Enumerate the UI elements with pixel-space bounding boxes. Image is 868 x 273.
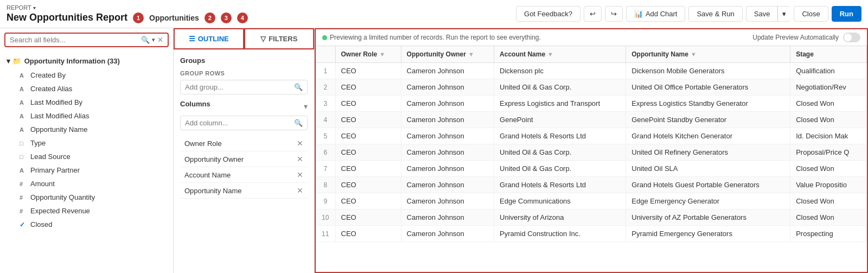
save-run-button[interactable]: Save & Run bbox=[688, 6, 742, 22]
cell-opp-owner: Cameron Johnson bbox=[401, 63, 494, 79]
field-lead-source[interactable]: □ Lead Source bbox=[4, 150, 169, 163]
filters-tab-label: FILTERS bbox=[269, 35, 297, 43]
cell-owner-role: CEO bbox=[335, 177, 401, 193]
cell-account-name: United Oil & Gas Corp. bbox=[494, 144, 626, 161]
outline-tab[interactable]: ☰ OUTLINE bbox=[174, 28, 244, 49]
cell-opp-owner: Cameron Johnson bbox=[401, 128, 494, 144]
add-chart-button[interactable]: 📊 Add Chart bbox=[626, 6, 686, 22]
search-bar: 🔍 ▾ ✕ bbox=[4, 33, 169, 47]
column-opportunity-name[interactable]: Opportunity Name ✕ bbox=[180, 183, 308, 199]
field-amount[interactable]: # Amount bbox=[4, 177, 169, 191]
cell-account-name: Grand Hotels & Resorts Ltd bbox=[494, 177, 626, 193]
sort-opp-name-icon[interactable]: ▼ bbox=[691, 51, 697, 58]
field-created-by[interactable]: A Created By bbox=[4, 68, 169, 82]
tab1-label[interactable]: Opportunities bbox=[149, 14, 199, 22]
col-owner-role[interactable]: Owner Role▼ bbox=[335, 46, 401, 63]
field-last-modified-alias[interactable]: A Last Modified Alias bbox=[4, 109, 169, 123]
add-group-input[interactable] bbox=[185, 83, 291, 91]
cell-stage: Closed Won bbox=[790, 161, 867, 177]
col-account-name[interactable]: Account Name▼ bbox=[494, 46, 626, 63]
tab1-badge: 1 bbox=[133, 12, 144, 23]
table-row: 4 CEO Cameron Johnson GenePoint GenePoin… bbox=[316, 112, 867, 128]
col-opp-name[interactable]: Opportunity Name▼ bbox=[626, 46, 790, 63]
remove-opp-name-button[interactable]: ✕ bbox=[297, 186, 303, 195]
filters-tab[interactable]: ▽ FILTERS bbox=[244, 28, 315, 49]
mid-panel: ☰ OUTLINE ▽ FILTERS Groups GROUP ROWS 🔍 … bbox=[174, 28, 315, 273]
results-table: Owner Role▼ Opportunity Owner▼ Account N… bbox=[316, 46, 867, 242]
preview-status: Previewing a limited number of records. … bbox=[322, 34, 541, 41]
field-created-alias[interactable]: A Created Alias bbox=[4, 82, 169, 96]
field-type[interactable]: □ Type bbox=[4, 136, 169, 150]
tab2-badge: 2 bbox=[205, 12, 215, 23]
cell-account-name: United Oil & Gas Corp. bbox=[494, 79, 626, 96]
row-num-header bbox=[316, 46, 335, 63]
column-account-name[interactable]: Account Name ✕ bbox=[180, 167, 308, 183]
status-dot bbox=[322, 35, 327, 40]
undo-button[interactable]: ↩ bbox=[584, 6, 602, 22]
field-opportunity-quantity[interactable]: # Opportunity Quantity bbox=[4, 191, 169, 204]
col-opp-owner[interactable]: Opportunity Owner▼ bbox=[401, 46, 494, 63]
table-wrap: Owner Role▼ Opportunity Owner▼ Account N… bbox=[316, 46, 867, 272]
close-button[interactable]: Close bbox=[794, 6, 828, 22]
search-icon[interactable]: 🔍 bbox=[141, 36, 150, 44]
report-caret-icon[interactable]: ▾ bbox=[33, 5, 36, 11]
row-number: 9 bbox=[316, 193, 335, 209]
field-closed[interactable]: ✓ Closed bbox=[4, 218, 169, 231]
cell-opp-owner: Cameron Johnson bbox=[401, 177, 494, 193]
main-body: 🔍 ▾ ✕ ▾ 📁 Opportunity Information (33) A… bbox=[0, 28, 868, 273]
add-column-search-icon: 🔍 bbox=[294, 119, 303, 127]
filter-icon: ▽ bbox=[260, 35, 266, 43]
field-last-modified-by[interactable]: A Last Modified By bbox=[4, 96, 169, 109]
row-number: 8 bbox=[316, 177, 335, 193]
remove-opp-owner-button[interactable]: ✕ bbox=[297, 155, 303, 163]
columns-caret-icon[interactable]: ▾ bbox=[304, 102, 308, 111]
field-group-opportunity[interactable]: ▾ 📁 Opportunity Information (33) bbox=[4, 54, 169, 68]
cell-stage: Negotiation/Rev bbox=[790, 79, 867, 96]
cell-owner-role: CEO bbox=[335, 112, 401, 128]
table-row: 6 CEO Cameron Johnson United Oil & Gas C… bbox=[316, 144, 867, 161]
field-primary-partner[interactable]: A Primary Partner bbox=[4, 163, 169, 177]
field-expected-revenue[interactable]: # Expected Revenue bbox=[4, 204, 169, 218]
cell-stage: Closed Won bbox=[790, 112, 867, 128]
search-dropdown-icon[interactable]: ▾ bbox=[152, 36, 155, 43]
col-stage[interactable]: Stage bbox=[790, 46, 867, 63]
groups-section-title: Groups bbox=[180, 56, 308, 65]
row-number: 1 bbox=[316, 63, 335, 79]
row-number: 3 bbox=[316, 96, 335, 112]
search-input[interactable] bbox=[10, 36, 139, 44]
outline-tab-label: OUTLINE bbox=[198, 35, 229, 43]
search-clear-icon[interactable]: ✕ bbox=[157, 36, 163, 44]
cell-opp-owner: Cameron Johnson bbox=[401, 161, 494, 177]
save-dropdown-button[interactable]: ▾ bbox=[777, 6, 790, 22]
update-preview-toggle[interactable] bbox=[843, 33, 860, 42]
table-row: 10 CEO Cameron Johnson University of Ari… bbox=[316, 209, 867, 226]
redo-button[interactable]: ↪ bbox=[605, 6, 623, 22]
cell-owner-role: CEO bbox=[335, 128, 401, 144]
field-opportunity-name[interactable]: A Opportunity Name bbox=[4, 123, 169, 136]
update-preview-label: Update Preview Automatically bbox=[752, 34, 839, 41]
column-owner-role[interactable]: Owner Role ✕ bbox=[180, 136, 308, 151]
cell-account-name: GenePoint bbox=[494, 112, 626, 128]
save-button[interactable]: Save bbox=[746, 6, 778, 22]
cell-opp-name: Express Logistics Standby Generator bbox=[626, 96, 790, 112]
cell-opp-owner: Cameron Johnson bbox=[401, 79, 494, 96]
report-text: REPORT bbox=[7, 4, 31, 11]
remove-owner-role-button[interactable]: ✕ bbox=[297, 139, 303, 148]
feedback-button[interactable]: Got Feedback? bbox=[516, 6, 580, 22]
add-column-input[interactable] bbox=[185, 119, 291, 127]
cell-account-name: Dickenson plc bbox=[494, 63, 626, 79]
mid-content: Groups GROUP ROWS 🔍 Columns ▾ 🔍 Owner Ro… bbox=[174, 50, 314, 273]
remove-account-name-button[interactable]: ✕ bbox=[297, 170, 303, 179]
cell-owner-role: CEO bbox=[335, 209, 401, 226]
cell-opp-name: United Oil SLA bbox=[626, 161, 790, 177]
column-opportunity-owner[interactable]: Opportunity Owner ✕ bbox=[180, 151, 308, 167]
run-button[interactable]: Run bbox=[832, 6, 861, 22]
row-number: 5 bbox=[316, 128, 335, 144]
sort-owner-role-icon[interactable]: ▼ bbox=[379, 51, 385, 58]
table-row: 3 CEO Cameron Johnson Express Logistics … bbox=[316, 96, 867, 112]
sort-account-icon[interactable]: ▼ bbox=[547, 51, 553, 58]
add-group-search-icon: 🔍 bbox=[294, 83, 303, 91]
sort-opp-owner-icon[interactable]: ▼ bbox=[468, 51, 474, 58]
preview-right: Update Preview Automatically bbox=[752, 33, 860, 42]
cell-opp-name: University of AZ Portable Generators bbox=[626, 209, 790, 226]
